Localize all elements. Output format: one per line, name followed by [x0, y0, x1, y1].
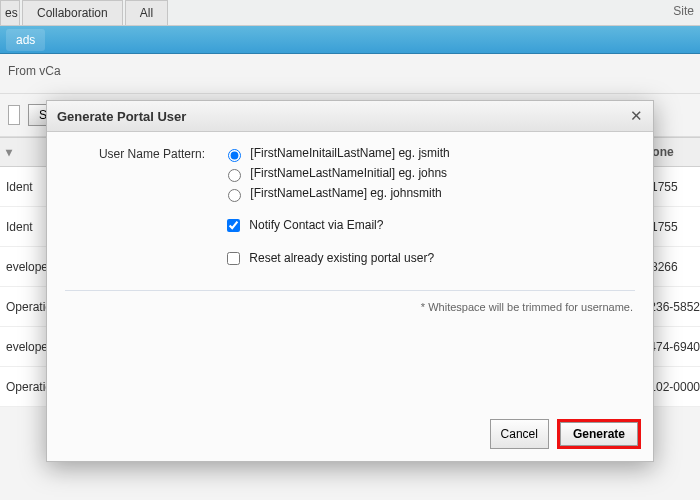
- pattern-option-3-label: [FirstNameLastName] eg. johnsmith: [250, 186, 441, 200]
- pattern-radio-3[interactable]: [228, 189, 241, 202]
- toolbar: From vCa: [0, 54, 700, 94]
- generate-portal-user-dialog: Generate Portal User ✕ User Name Pattern…: [46, 100, 654, 462]
- pattern-option-1-label: [FirstNameInitailLastName] eg. jsmith: [250, 146, 449, 160]
- username-pattern-options: [FirstNameInitailLastName] eg. jsmith [F…: [223, 146, 450, 272]
- tab-bar: es Collaboration All: [0, 0, 700, 26]
- username-pattern-row: User Name Pattern: [FirstNameInitailLast…: [65, 146, 635, 291]
- pattern-option-2-label: [FirstNameLastNameInitial] eg. johns: [250, 166, 447, 180]
- notify-email-label: Notify Contact via Email?: [249, 218, 383, 232]
- reset-user-label: Reset already existing portal user?: [249, 251, 434, 265]
- pattern-option-3[interactable]: [FirstNameLastName] eg. johnsmith: [223, 186, 450, 202]
- toolbar-fragment: From vCa: [8, 64, 61, 78]
- pattern-radio-1[interactable]: [228, 149, 241, 162]
- username-pattern-label: User Name Pattern:: [65, 146, 205, 161]
- sort-icon: ▾: [6, 145, 12, 159]
- pattern-radio-2[interactable]: [228, 169, 241, 182]
- reset-user-checkbox[interactable]: [227, 252, 240, 265]
- search-input[interactable]: [8, 105, 20, 125]
- tab-collaboration[interactable]: Collaboration: [22, 0, 123, 25]
- subheader-bar: ads: [0, 26, 700, 54]
- dialog-title: Generate Portal User: [57, 109, 186, 124]
- generate-button[interactable]: Generate: [560, 422, 638, 446]
- whitespace-note: * Whitespace will be trimmed for usernam…: [65, 291, 635, 403]
- subheader-pill[interactable]: ads: [6, 29, 45, 51]
- close-icon[interactable]: ✕: [630, 107, 643, 125]
- site-label: Site: [673, 4, 694, 18]
- notify-email-option[interactable]: Notify Contact via Email?: [223, 216, 450, 235]
- tab-all[interactable]: All: [125, 0, 168, 25]
- pattern-option-2[interactable]: [FirstNameLastNameInitial] eg. johns: [223, 166, 450, 182]
- dialog-footer: Cancel Generate: [47, 411, 653, 461]
- dialog-titlebar: Generate Portal User ✕: [47, 101, 653, 132]
- notify-email-checkbox[interactable]: [227, 219, 240, 232]
- reset-user-option[interactable]: Reset already existing portal user?: [223, 249, 450, 268]
- cancel-button[interactable]: Cancel: [490, 419, 549, 449]
- tab-fragment[interactable]: es: [0, 0, 20, 25]
- pattern-option-1[interactable]: [FirstNameInitailLastName] eg. jsmith: [223, 146, 450, 162]
- dialog-body: User Name Pattern: [FirstNameInitailLast…: [47, 132, 653, 411]
- generate-highlight: Generate: [557, 419, 641, 449]
